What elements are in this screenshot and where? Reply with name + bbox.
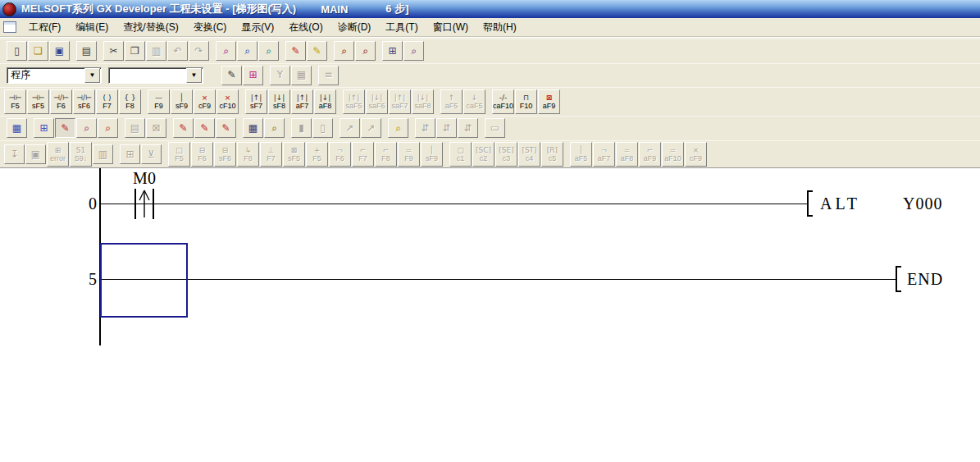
- find-contact-coil-button[interactable]: ⌕: [216, 41, 236, 61]
- list-view-button: ≡: [318, 66, 339, 85]
- save-project-button[interactable]: ▣: [49, 41, 70, 61]
- parallel-open-contact-button[interactable]: ⊣⊢sF5: [27, 89, 49, 114]
- project-data-list-button[interactable]: ▦: [7, 118, 27, 138]
- application-instruction-button[interactable]: { }F8: [119, 89, 141, 114]
- open-project-button[interactable]: ❏: [28, 41, 48, 61]
- function-key-label: cF10: [219, 103, 235, 110]
- monitor-mode-button[interactable]: ⌕: [76, 118, 97, 138]
- sfc-sc-button: [SC]c2: [472, 142, 495, 167]
- device-memory-button[interactable]: ▦: [243, 118, 263, 138]
- sfc-dummy-button: ⊠sF5: [283, 142, 305, 167]
- child-window-icon[interactable]: [3, 21, 16, 33]
- device-comment-button[interactable]: ✎: [173, 118, 194, 138]
- menu-find-replace[interactable]: 查找/替换(S): [116, 18, 185, 37]
- redo-button-icon: ↷: [194, 46, 203, 57]
- sfc-block-list-button: ▥: [93, 144, 113, 164]
- parallel-rising-pulse-button[interactable]: |↑|aF7: [291, 89, 313, 114]
- data-type-combobox[interactable]: 程序 ▼: [7, 67, 102, 84]
- write-mode-button-icon: ✎: [61, 123, 69, 134]
- toolbar-separator: [376, 41, 382, 61]
- undo-button-icon: ↶: [173, 46, 181, 57]
- toolbar-separator: [28, 118, 34, 138]
- line-delete-button[interactable]: ⊠aF9: [538, 89, 560, 114]
- monitor-write-mode-button[interactable]: ⌕: [98, 118, 118, 138]
- zoom-out-button[interactable]: ⌕: [334, 41, 354, 61]
- delete-vertical-line-button[interactable]: ×cF10: [217, 89, 239, 114]
- project-data-list-button-icon: ▦: [12, 123, 21, 134]
- ladder-cursor-selection[interactable]: [100, 243, 188, 318]
- offline-button-icon: ⊠: [152, 123, 160, 134]
- window-switch-button-icon: ⊞: [388, 46, 396, 57]
- falling-pulse-button[interactable]: |↓|sF8: [268, 89, 290, 114]
- menu-edit[interactable]: 编辑(E): [68, 18, 116, 37]
- chevron-down-icon[interactable]: ▼: [186, 68, 202, 83]
- menu-tools[interactable]: 工具(T): [378, 18, 425, 37]
- print-button[interactable]: ▤: [76, 41, 97, 61]
- menu-diagnostics[interactable]: 诊断(D): [330, 18, 379, 37]
- line-write-button[interactable]: ⊓F10: [515, 89, 537, 114]
- copy-button-icon: ❐: [130, 46, 139, 57]
- sfc-line-join-button: ⌐aF9: [639, 142, 661, 167]
- parallel-falling-pulse-button[interactable]: |↓|aF8: [314, 89, 336, 114]
- menu-help[interactable]: 帮助(H): [476, 18, 524, 37]
- project-tree-button[interactable]: ⊞: [243, 66, 263, 85]
- ladder-edit-button-icon: ✎: [227, 70, 235, 80]
- note-button[interactable]: ✎: [216, 118, 236, 138]
- sfc-st-button: [ST]c4: [518, 142, 540, 167]
- copy-button[interactable]: ❐: [125, 41, 145, 61]
- window-title-steps: 6 步]: [385, 2, 408, 16]
- find-device-button[interactable]: ⌕: [237, 41, 258, 61]
- horizontal-line-button[interactable]: —F9: [148, 89, 170, 114]
- data-name-combobox[interactable]: ▼: [108, 67, 203, 84]
- menu-project[interactable]: 工程(F): [21, 18, 68, 37]
- read-mode-button[interactable]: ⊞: [34, 118, 54, 138]
- write-mode-button[interactable]: ✎: [55, 118, 75, 138]
- comment-display-button[interactable]: ⌕: [388, 118, 408, 138]
- vertical-line-button[interactable]: │sF9: [171, 89, 193, 114]
- find-instruction-button[interactable]: ⌕: [258, 41, 279, 61]
- online-read-button-icon: ▤: [130, 123, 139, 134]
- menu-online[interactable]: 在线(O): [281, 18, 330, 37]
- rising-pulse-button-icon: |↑|: [251, 94, 262, 103]
- invert-result-button[interactable]: -/-caF10: [492, 89, 514, 114]
- statement-edit-button[interactable]: ✎: [307, 41, 327, 61]
- device-comment-edit-button[interactable]: ✎: [285, 41, 306, 61]
- statement-button[interactable]: ✎: [194, 118, 215, 138]
- function-key-label: caF10: [493, 103, 513, 110]
- window-switch-button[interactable]: ⊞: [382, 41, 403, 61]
- function-key-label: F8: [125, 103, 134, 110]
- sfc-toolbar: ↧▣⊞errorS1S9↓▥⊞⊻□F5⊟F6⊟sF6↳F8⊥F7⊠sF5+F5¬…: [0, 140, 980, 167]
- new-project-button[interactable]: ▯: [7, 41, 27, 61]
- rising-edge-button-icon: ↑: [449, 94, 455, 103]
- step-run-start-button-icon: ⇵: [421, 123, 429, 134]
- open-project-button-icon: ❏: [34, 46, 43, 57]
- sfc-parallel-join-button: =F9: [398, 142, 420, 167]
- project-tree-button-icon: ⊞: [248, 70, 257, 80]
- open-contact-button[interactable]: ⊣⊢F5: [4, 89, 26, 114]
- chevron-down-icon[interactable]: ▼: [84, 68, 100, 83]
- delete-horizontal-line-button[interactable]: ×cF9: [194, 89, 216, 114]
- sfc-line-selection-button: ¬aF7: [593, 142, 615, 167]
- ladder-edit-button[interactable]: ✎: [221, 66, 242, 85]
- cut-button[interactable]: ✂: [103, 41, 124, 61]
- data-type-value: 程序: [7, 68, 84, 82]
- closed-contact-button[interactable]: ⊣/⊢F6: [50, 89, 72, 114]
- step-number-5: 5: [64, 270, 97, 289]
- ladder-editor[interactable]: 0 M0 ALT Y000 5 END: [0, 167, 980, 345]
- rising-pulse-button[interactable]: |↑|sF7: [245, 89, 267, 114]
- comment-search-button[interactable]: ⌕: [403, 41, 424, 61]
- toolbar-separator: [479, 118, 485, 138]
- function-key-label: F5: [312, 155, 321, 162]
- menu-view[interactable]: 显示(V): [234, 18, 281, 37]
- find-device-button-icon: ⌕: [244, 46, 250, 57]
- parallel-closed-contact-button[interactable]: ⊣/⊢sF6: [73, 89, 95, 114]
- function-key-label: F5: [11, 103, 20, 110]
- menu-convert[interactable]: 变换(C): [186, 18, 235, 37]
- clock-search-button[interactable]: ⌕: [264, 118, 285, 138]
- title-bar: MELSOFT系列 GX Developer 工程未设置 - [梯形图(写入) …: [0, 0, 980, 18]
- function-key-label: saF6: [368, 103, 385, 110]
- coil-button[interactable]: ( )F7: [96, 89, 118, 114]
- zoom-in-button[interactable]: ⌕: [355, 41, 376, 61]
- function-key-label: aF7: [598, 155, 611, 162]
- menu-window[interactable]: 窗口(W): [426, 18, 476, 37]
